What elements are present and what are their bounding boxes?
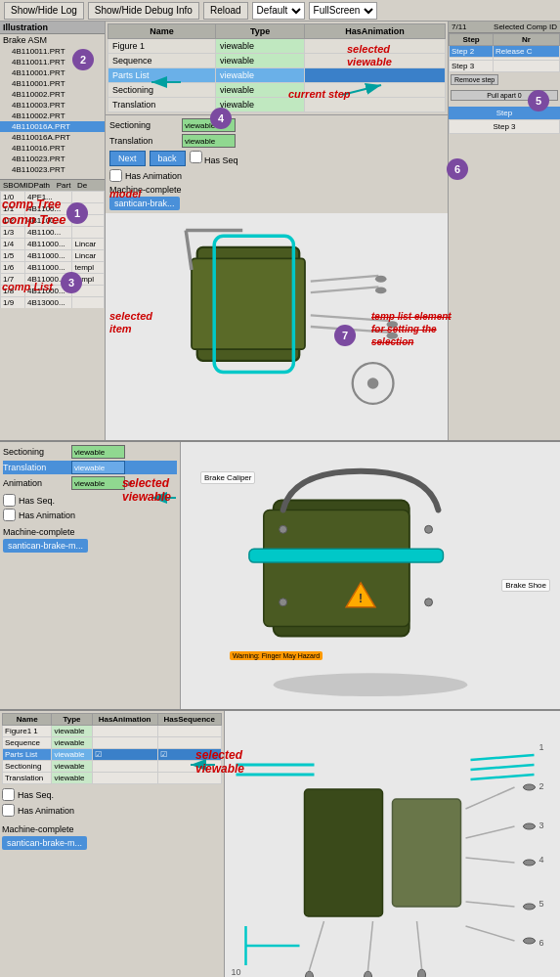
nav-buttons: Next back Has Seq xyxy=(109,151,444,166)
translation-value[interactable]: viewable xyxy=(182,134,236,148)
comp-list-row[interactable]: 1/94B13000... xyxy=(1,297,105,309)
remove-step-button[interactable]: Remove step xyxy=(451,74,498,85)
show-hide-log-button[interactable]: Show/Hide Log xyxy=(4,2,84,20)
has-seq-checkbox[interactable] xyxy=(190,151,202,163)
section2-left: Sectioning viewable Translation viewable… xyxy=(0,442,181,709)
sectioning-row: Sectioning viewable xyxy=(109,118,444,132)
sec3-has-anim-checkbox[interactable] xyxy=(2,804,15,817)
figure-row-translation[interactable]: Translationviewable xyxy=(108,98,446,112)
has-anim-row: Has Animation xyxy=(109,169,444,182)
comp-list-scroll[interactable]: 1/04PF1... 1/14B1100... 1/24B1100... 1/3… xyxy=(0,191,105,308)
sec2-has-anim-row: Has Animation xyxy=(3,509,177,521)
reload-button[interactable]: Reload xyxy=(203,2,248,20)
default-dropdown[interactable]: Default xyxy=(252,2,305,20)
pull-apart-button[interactable]: Pull apart 0 xyxy=(451,90,558,101)
comp-tree-item-7[interactable]: 4B110002.PRT xyxy=(0,111,105,121)
sec3-row-translation[interactable]: Translation viewable xyxy=(3,773,222,784)
translation-row: Translation viewable xyxy=(109,134,444,148)
comp-tree-item-3[interactable]: 4B110001.PRT xyxy=(0,67,105,78)
comp-tree-item-2[interactable]: 4B110011.PRT xyxy=(0,57,105,67)
comp-list-row[interactable]: 1/54B11000...Lincar xyxy=(1,250,105,262)
figure-table-container: Name Type HasAnimation Figure 1viewable … xyxy=(106,22,448,115)
comp-list-row[interactable]: 1/74B11000...templ xyxy=(1,274,105,286)
svg-text:10: 10 xyxy=(232,967,241,977)
sec3-col-name: Name xyxy=(3,714,52,726)
col-type: Type xyxy=(216,24,305,39)
sec3-machine-complete: Machine-complete xyxy=(2,824,222,834)
sec3-row-sequence[interactable]: Sequence viewable xyxy=(3,737,222,749)
figure-row-seq[interactable]: Sequenceviewable xyxy=(108,54,446,68)
svg-line-59 xyxy=(310,921,324,970)
sec2-model-label[interactable]: santican-brake-m... xyxy=(3,539,88,553)
comp-list-row[interactable]: 1/04PF1... xyxy=(1,192,105,203)
sec3-model-label[interactable]: santican-brake-m... xyxy=(2,836,87,850)
comp-tree-item-selected[interactable]: 4B110016A.PRT xyxy=(0,121,105,132)
figure-table: Name Type HasAnimation Figure 1viewable … xyxy=(108,23,446,112)
has-seq-label: Has Seq xyxy=(190,151,238,166)
sectioning-value[interactable]: viewable xyxy=(182,118,236,132)
comp-tree-item-6[interactable]: 4B110003.PRT xyxy=(0,100,105,111)
svg-line-49 xyxy=(466,787,515,809)
sec3-has-seq-checkbox[interactable] xyxy=(2,788,15,801)
toolbar: Show/Hide Log Show/Hide Debug Info Reloa… xyxy=(0,0,560,22)
comp-list-row[interactable]: 1/84B11000... xyxy=(1,286,105,297)
sec3-has-seq-row: Has Seq. xyxy=(2,788,222,801)
section3-3d-view: 1 2 3 4 5 6 10 9 8 7 xyxy=(225,711,560,977)
comp-tree-item-1[interactable]: 4B110011.PRT xyxy=(0,46,105,57)
step-action-buttons: Remove step xyxy=(449,72,560,87)
has-anim-checkbox[interactable] xyxy=(109,169,122,182)
section2: Sectioning viewable Translation viewable… xyxy=(0,442,560,711)
next-button[interactable]: Next xyxy=(109,151,146,166)
comp-list-row[interactable]: 1/14B1100... xyxy=(1,203,105,215)
figure-row-sectioning[interactable]: Sectioningviewable xyxy=(108,83,446,98)
sec2-sectioning-value[interactable]: viewable xyxy=(71,445,125,459)
comp-list-label: SBOMIDPath Part De xyxy=(0,180,105,191)
svg-point-19 xyxy=(274,673,468,696)
step-nav-display: Step xyxy=(449,107,560,119)
show-hide-debug-button[interactable]: Show/Hide Debug Info xyxy=(88,2,199,20)
section1: comp Tree Illustration Brake ASM 4B11001… xyxy=(0,22,560,442)
comp-tree-item-12[interactable]: 4B110023.PRT xyxy=(0,164,105,175)
sec2-animation-value[interactable]: viewable xyxy=(71,476,125,490)
sec2-sectioning-label: Sectioning xyxy=(3,447,71,457)
back-button[interactable]: back xyxy=(150,151,186,166)
sec2-has-anim-checkbox[interactable] xyxy=(3,509,16,521)
comp-list-row[interactable]: 1/24B1100... xyxy=(1,215,105,227)
svg-line-55 xyxy=(466,902,515,907)
svg-line-51 xyxy=(466,826,515,838)
sec2-translation-value[interactable]: viewable xyxy=(71,461,125,474)
fullscreen-dropdown[interactable]: FullScreen xyxy=(309,2,377,20)
sec3-row-sectioning[interactable]: Sectioning viewable xyxy=(3,761,222,773)
svg-point-54 xyxy=(524,904,536,910)
sec2-has-seq-row: Has Seq. xyxy=(3,494,177,507)
sec3-col-type: Type xyxy=(52,714,92,726)
comp-tree-item-10[interactable]: 4B110016.PRT xyxy=(0,143,105,154)
figure-row-1[interactable]: Figure 1viewable xyxy=(108,39,446,54)
section3-table: Name Type HasAnimation HasSequence Figur… xyxy=(2,713,222,784)
sec2-has-seq-checkbox[interactable] xyxy=(3,494,16,507)
comp-tree-item-5[interactable]: 4B110002.PRT xyxy=(0,89,105,100)
comp-tree-item-4[interactable]: 4B110001.PRT xyxy=(0,78,105,89)
step-table: Step Nr Step 2 Release C Step 3 xyxy=(449,33,560,72)
step-row-3[interactable]: Step 3 xyxy=(450,61,560,72)
model-label-button[interactable]: santican-brak... xyxy=(109,197,180,210)
comp-list-table: 1/04PF1... 1/14B1100... 1/24B1100... 1/3… xyxy=(0,191,105,308)
sec3-row-figure1[interactable]: Figure1 1 viewable xyxy=(3,726,222,737)
step-row-1[interactable]: Step 2 Release C xyxy=(450,46,560,58)
svg-line-45 xyxy=(471,755,535,760)
svg-text:!: ! xyxy=(359,592,363,605)
comp-tree-item-brake-asm[interactable]: Brake ASM xyxy=(0,34,105,46)
translation-label: Translation xyxy=(109,136,178,146)
comp-tree-item-11[interactable]: 4B110023.PRT xyxy=(0,154,105,164)
svg-rect-1 xyxy=(192,258,305,349)
sec3-row-partslist[interactable]: Parts List viewable ☑ ☑ xyxy=(3,749,222,761)
comp-list-row[interactable]: 1/34B1100... xyxy=(1,227,105,239)
comp-list-row[interactable]: 1/64B11000...templ xyxy=(1,262,105,274)
svg-rect-41 xyxy=(305,789,383,916)
svg-rect-42 xyxy=(393,799,461,907)
comp-list-row[interactable]: 1/44B11000...Lincar xyxy=(1,239,105,250)
anim-controls: Sectioning viewable Translation viewable… xyxy=(106,115,448,213)
figure-row-partslist[interactable]: Parts Listviewable xyxy=(108,68,446,83)
comp-tree-item-9[interactable]: 4B110016A.PRT xyxy=(0,132,105,143)
svg-point-60 xyxy=(365,971,372,977)
